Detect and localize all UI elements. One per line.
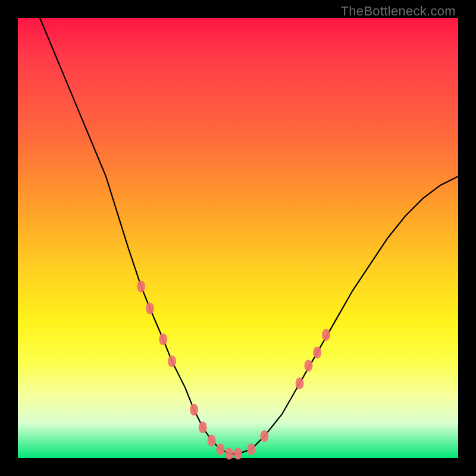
curve-marker xyxy=(168,355,176,367)
chart-frame: TheBottleneck.com xyxy=(0,0,476,476)
curve-marker xyxy=(260,430,268,442)
plot-area xyxy=(18,18,458,458)
curve-marker xyxy=(137,280,145,292)
curve-markers xyxy=(137,280,330,459)
watermark: TheBottleneck.com xyxy=(341,4,456,19)
curve-marker xyxy=(234,448,242,460)
curve-marker xyxy=(199,421,207,433)
curve-marker xyxy=(216,443,224,455)
curve-marker xyxy=(296,377,304,389)
curve-marker xyxy=(146,302,154,314)
curve-marker xyxy=(208,434,216,446)
curve-marker xyxy=(313,346,321,358)
curve-marker xyxy=(159,333,167,345)
curve-marker xyxy=(304,360,312,372)
curve-svg xyxy=(18,18,458,458)
bottleneck-curve xyxy=(40,18,458,454)
curve-marker xyxy=(225,448,233,460)
curve-marker xyxy=(190,404,198,416)
curve-marker xyxy=(322,329,330,341)
curve-marker xyxy=(247,443,255,455)
